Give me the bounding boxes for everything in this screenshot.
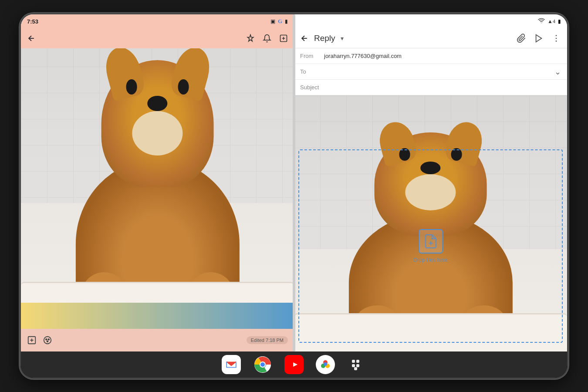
dock-apps[interactable] bbox=[347, 355, 366, 374]
compose-body-area: Drop files here bbox=[294, 95, 567, 351]
svg-point-24 bbox=[324, 362, 327, 366]
reply-toolbar-right bbox=[517, 34, 561, 43]
from-row: From joraharryn.777630@gmail.com bbox=[294, 48, 567, 64]
left-toolbar-right bbox=[246, 34, 288, 43]
from-value: joraharryn.777630@gmail.com bbox=[324, 53, 561, 59]
timestamp-badge: Edited 7:18 PM bbox=[247, 336, 288, 344]
drop-zone[interactable]: Drop files here bbox=[298, 149, 563, 343]
corgi-eye-left bbox=[126, 79, 137, 95]
right-status-bar: ▲4 ▮ bbox=[294, 14, 567, 28]
reply-dropdown-button[interactable]: ▾ bbox=[341, 35, 344, 42]
svg-rect-26 bbox=[356, 360, 359, 363]
right-status-icons: ▲4 ▮ bbox=[538, 17, 561, 26]
google-icon: G bbox=[278, 18, 282, 25]
bottom-snippet-bar: Edited 7:18 PM bbox=[21, 329, 294, 351]
svg-point-7 bbox=[46, 339, 47, 340]
corgi-eye-right bbox=[178, 79, 189, 95]
left-panel: 7:53 ▣ G ▮ bbox=[21, 14, 294, 351]
svg-marker-20 bbox=[293, 362, 297, 367]
right-back-button[interactable] bbox=[300, 34, 309, 43]
svg-point-11 bbox=[556, 35, 557, 36]
dock-youtube[interactable] bbox=[284, 355, 304, 374]
send-button[interactable] bbox=[534, 34, 544, 43]
to-input[interactable] bbox=[324, 68, 554, 75]
left-toolbar-left bbox=[27, 34, 36, 43]
timestamp-text: Edited 7:18 PM bbox=[251, 338, 284, 343]
pin-button[interactable] bbox=[246, 34, 255, 43]
time-display: 7:53 bbox=[27, 18, 38, 25]
svg-marker-10 bbox=[536, 34, 542, 42]
panel-divider bbox=[293, 14, 295, 351]
left-status-bar: 7:53 ▣ G ▮ bbox=[21, 14, 294, 28]
svg-point-12 bbox=[556, 37, 557, 39]
svg-rect-25 bbox=[352, 360, 355, 363]
svg-point-6 bbox=[44, 337, 51, 344]
reply-toolbar-left: Reply ▾ bbox=[300, 34, 344, 43]
attach-button[interactable] bbox=[517, 34, 526, 43]
more-button[interactable] bbox=[551, 34, 561, 43]
right-battery-icon: ▮ bbox=[558, 18, 561, 25]
add-box-button[interactable] bbox=[279, 34, 288, 43]
note-bottom-banner bbox=[21, 303, 294, 329]
corgi-ear-right bbox=[168, 44, 214, 101]
expand-button[interactable]: ⌄ bbox=[554, 67, 561, 77]
add-button[interactable] bbox=[27, 335, 37, 345]
svg-point-13 bbox=[556, 41, 557, 42]
to-row[interactable]: To ⌄ bbox=[294, 64, 567, 80]
dock-gmail[interactable] bbox=[222, 355, 241, 374]
left-status-icons: ▣ G ▮ bbox=[270, 18, 288, 25]
wifi-icon bbox=[538, 17, 545, 26]
dog-scene-left bbox=[21, 14, 294, 329]
split-screen: 7:53 ▣ G ▮ bbox=[21, 14, 567, 351]
to-label: To bbox=[300, 68, 324, 75]
battery-icon: ▮ bbox=[285, 18, 288, 25]
corgi-nose bbox=[147, 96, 168, 111]
drop-file-icon bbox=[419, 229, 443, 253]
svg-rect-27 bbox=[352, 364, 355, 367]
from-label: From bbox=[300, 53, 324, 59]
subject-label: Subject bbox=[300, 84, 324, 91]
tablet-device: 7:53 ▣ G ▮ bbox=[20, 13, 568, 379]
svg-point-8 bbox=[48, 339, 49, 340]
corgi-face bbox=[132, 111, 182, 155]
dock-photos[interactable] bbox=[316, 355, 335, 374]
dock-chrome[interactable] bbox=[253, 355, 272, 374]
svg-point-9 bbox=[47, 341, 48, 342]
reply-title: Reply bbox=[314, 34, 335, 43]
bell-button[interactable] bbox=[263, 34, 271, 43]
drop-text: Drop files here bbox=[413, 257, 447, 263]
right-toolbar: Reply ▾ bbox=[294, 28, 567, 48]
compose-form: From joraharryn.777630@gmail.com To ⌄ Su… bbox=[294, 48, 567, 95]
sim-icon: ▣ bbox=[270, 18, 275, 25]
corgi-ear-left bbox=[101, 44, 146, 101]
tablet-screen: 7:53 ▣ G ▮ bbox=[21, 14, 567, 378]
svg-rect-28 bbox=[356, 364, 359, 367]
bottom-dock bbox=[21, 351, 567, 378]
subject-row[interactable]: Subject bbox=[294, 80, 567, 95]
signal-icon: ▲4 bbox=[547, 18, 555, 25]
right-panel: ▲4 ▮ Reply ▾ bbox=[294, 14, 567, 351]
left-toolbar bbox=[21, 28, 294, 48]
svg-rect-29 bbox=[354, 367, 357, 370]
corgi-head bbox=[101, 60, 214, 187]
back-button[interactable] bbox=[27, 34, 36, 43]
svg-point-19 bbox=[260, 362, 265, 367]
subject-input[interactable] bbox=[324, 84, 561, 91]
palette-button[interactable] bbox=[43, 335, 52, 345]
